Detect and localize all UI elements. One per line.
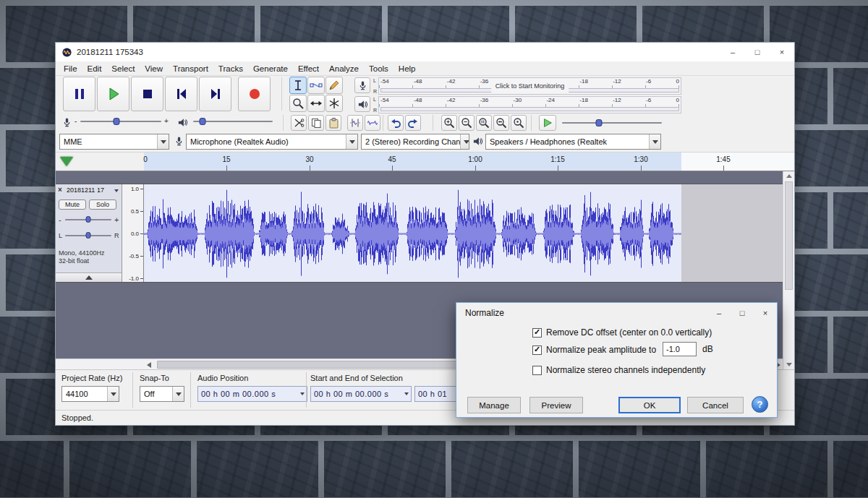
slider-thumb[interactable] [596,119,603,126]
titlebar[interactable]: 20181211 175343 – □ × [56,43,794,61]
menu-item-tools[interactable]: Tools [364,61,393,76]
peak-amplitude-input[interactable] [663,342,697,356]
stop-button[interactable] [131,77,163,111]
skip-to-start-button[interactable] [165,77,197,111]
dialog-minimize-button[interactable]: – [707,303,731,323]
dc-offset-checkbox[interactable]: ✓ [532,328,542,338]
vruler-label: 1.0 [131,186,139,192]
dialog-titlebar[interactable]: Normalize – □ × [456,303,777,323]
menu-item-analyze[interactable]: Analyze [324,61,364,76]
waveform[interactable] [144,184,681,283]
copy-button[interactable] [308,115,324,131]
slider-thumb[interactable] [114,118,120,125]
menu-item-file[interactable]: File [59,61,82,76]
record-meter-button[interactable] [354,77,370,93]
zoom-in-button[interactable] [441,115,457,131]
cancel-button[interactable]: Cancel [687,397,744,413]
track-gain-slider[interactable] [65,215,111,225]
monitoring-label[interactable]: Click to Start Monitoring [491,78,569,94]
track-menu-arrow-icon[interactable] [114,189,119,192]
scroll-left-arrow-icon[interactable] [147,362,151,368]
recording-channels-select[interactable]: 2 (Stereo) Recording Chan [361,134,469,150]
solo-button[interactable]: Solo [89,199,116,210]
stereo-independent-checkbox[interactable] [532,366,542,375]
timeline-tick-label: 1:30 [634,155,647,163]
silence-audio-button[interactable] [365,115,380,131]
ok-button[interactable]: OK [618,397,681,413]
recording-device-select[interactable]: Microphone (Realtek Audio) [186,134,358,150]
record-button[interactable] [238,77,271,111]
meter-tick-label: -54 [380,97,389,104]
zoom-in-icon [443,117,455,129]
manage-button[interactable]: Manage [467,397,521,413]
time-shift-tool-button[interactable] [307,95,325,112]
help-button[interactable]: ? [752,396,768,413]
paste-button[interactable] [326,115,341,131]
playback-volume-slider[interactable] [193,116,273,126]
field-caret-icon[interactable] [404,392,409,395]
slider-thumb[interactable] [200,118,206,125]
scroll-up-arrow-icon[interactable] [786,174,792,178]
record-icon [247,86,263,102]
track-pan-slider[interactable] [65,231,111,241]
play-speed-slider[interactable] [562,118,662,128]
vertical-scale-ruler[interactable]: 1.0 0.5 0.0 -0.5 -1.0 [122,184,144,282]
audio-position-field[interactable]: 00 h 00 m 00.000 s [197,386,307,402]
playback-device-select[interactable]: Speakers / Headphones (Realtek [485,134,661,150]
zoom-tool-button[interactable] [289,95,307,112]
project-rate-select[interactable]: 44100 [61,386,119,402]
fit-project-button[interactable] [493,115,509,131]
preview-button[interactable]: Preview [529,397,583,413]
track-name[interactable]: 20181211 17 [67,186,104,194]
track-close-button[interactable]: × [58,186,62,194]
menu-item-transport[interactable]: Transport [168,61,213,76]
multi-tool-button[interactable] [326,95,343,112]
vertical-scrollbar[interactable] [783,171,794,369]
skip-to-end-button[interactable] [199,77,231,111]
vertical-scroll-thumb[interactable] [785,181,793,290]
dialog-maximize-button[interactable]: □ [731,303,754,323]
playback-meter[interactable]: LR -54-48-42-36-30-24-18-12-60 [372,96,681,113]
timeline-scale[interactable]: 0 15 30 45 1:00 1:15 1:30 1:45 [144,153,794,171]
zoom-out-button[interactable] [459,115,475,131]
envelope-tool-button[interactable] [307,77,325,94]
maximize-button[interactable]: □ [745,43,770,61]
draw-tool-button[interactable] [326,77,343,94]
audio-host-select[interactable]: MME [59,134,169,150]
pin-playhead-button[interactable] [60,157,73,166]
menu-item-edit[interactable]: Edit [82,61,107,76]
recording-meter[interactable]: LR -54-48-42-36-30-24-18-12-60 Click to … [372,77,681,95]
play-meter-button[interactable] [354,96,370,112]
menu-item-help[interactable]: Help [393,61,421,76]
mute-button[interactable]: Mute [59,199,86,210]
peak-amplitude-checkbox[interactable]: ✓ [532,345,542,355]
redo-button[interactable] [405,115,421,131]
dialog-close-button[interactable]: × [754,303,777,323]
menu-item-view[interactable]: View [140,61,168,76]
close-button[interactable]: × [770,43,794,61]
scroll-down-arrow-icon[interactable] [786,363,792,366]
pause-button[interactable] [63,77,95,111]
slider-thumb[interactable] [86,216,91,223]
track-collapse-button[interactable] [56,272,122,282]
menu-item-effect[interactable]: Effect [293,61,324,76]
undo-button[interactable] [388,115,404,131]
play-at-speed-button[interactable] [539,115,556,131]
play-button[interactable] [97,77,129,111]
selection-tool-button[interactable] [289,77,307,94]
dropdown-arrow-icon [652,140,658,144]
slider-thumb[interactable] [86,232,91,239]
trim-audio-button[interactable] [347,115,363,131]
zoom-toggle-button[interactable] [511,115,527,131]
timeline-ruler[interactable]: 0 15 30 45 1:00 1:15 1:30 1:45 [56,152,794,171]
menu-item-select[interactable]: Select [106,61,140,76]
fit-selection-button[interactable] [476,115,492,131]
menu-item-tracks[interactable]: Tracks [213,61,248,76]
selection-start-field[interactable]: 00 h 00 m 00.000 s [310,386,412,402]
field-caret-icon[interactable] [300,392,305,395]
cut-button[interactable] [291,115,307,131]
recording-volume-slider[interactable] [80,116,161,126]
menu-item-generate[interactable]: Generate [248,61,293,76]
minimize-button[interactable]: – [720,43,745,61]
snap-to-select[interactable]: Off [140,386,184,402]
